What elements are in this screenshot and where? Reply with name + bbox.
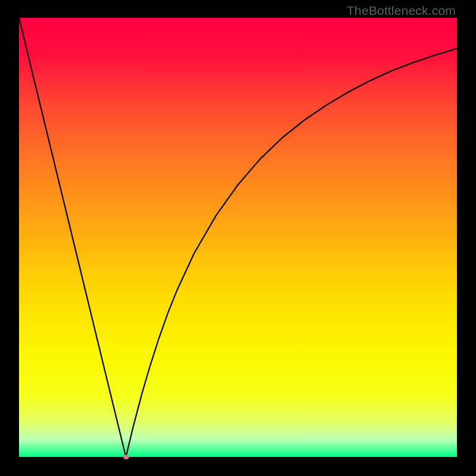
plot-area [19,18,457,457]
bottleneck-curve [19,18,457,457]
watermark-text: TheBottleneck.com [347,4,456,18]
chart-frame: TheBottleneck.com [0,0,476,476]
minimum-marker [123,455,129,459]
